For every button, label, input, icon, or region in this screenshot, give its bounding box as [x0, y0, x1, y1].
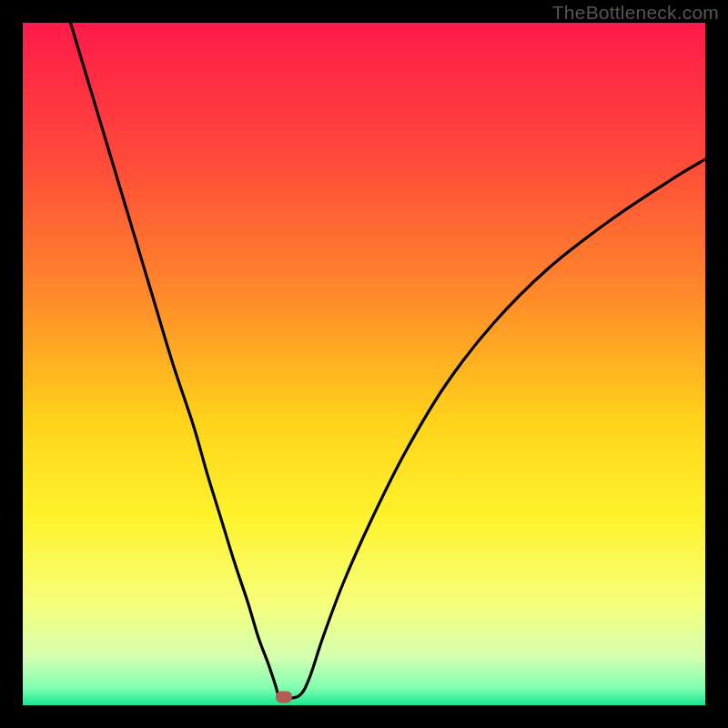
- plot-area: [23, 23, 705, 705]
- bottleneck-curve: [23, 23, 705, 705]
- chart-stage: TheBottleneck.com: [0, 0, 728, 728]
- watermark-text: TheBottleneck.com: [552, 2, 719, 24]
- minimum-marker: [276, 692, 292, 703]
- plot-frame: [23, 23, 705, 705]
